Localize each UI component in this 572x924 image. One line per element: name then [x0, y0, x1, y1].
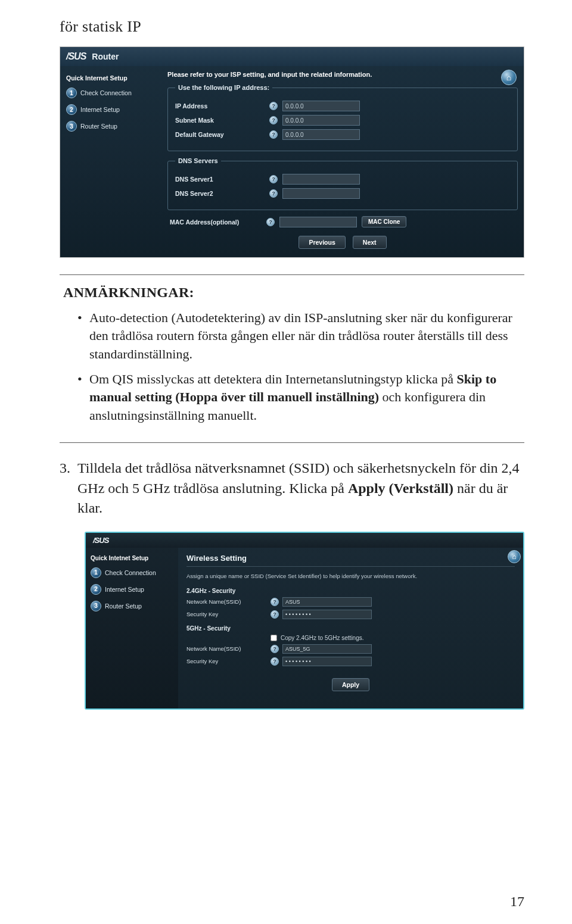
ip-legend: Use the following IP address:: [175, 84, 272, 91]
home-icon[interactable]: ⌂: [501, 70, 517, 85]
qis-sidebar: Quick Internet Setup 1 Check Connection …: [66, 71, 161, 249]
copy-24-to-5-label: Copy 2.4GHz to 5GHz settings.: [281, 635, 364, 641]
ssid-24-input[interactable]: [282, 597, 372, 607]
step-router-setup[interactable]: 3 Router Setup: [91, 601, 173, 611]
dns1-input[interactable]: [282, 174, 360, 185]
para-text-bold: Apply (Verkställ): [348, 480, 453, 496]
help-icon[interactable]: ?: [266, 218, 275, 226]
step-label: Internet Setup: [105, 586, 144, 593]
step-badge-1: 1: [66, 88, 77, 98]
mac-clone-button[interactable]: MAC Clone: [362, 216, 406, 227]
product-name: Router: [92, 52, 119, 61]
notes-box: ANMÄRKNINGAR: Auto-detection (Autodetekt…: [60, 274, 524, 443]
step-internet-setup[interactable]: 2 Internet Setup: [91, 584, 173, 595]
default-gateway-label: Default Gateway: [175, 131, 265, 138]
next-button[interactable]: Next: [353, 236, 387, 249]
subnet-mask-label: Subnet Mask: [175, 117, 265, 124]
help-icon[interactable]: ?: [271, 598, 279, 606]
home-icon[interactable]: ⌂: [508, 550, 521, 563]
section-5ghz: 5GHz - Security: [186, 625, 515, 632]
step-badge-1: 1: [91, 567, 101, 578]
note-item-skip-manual: Om QIS misslyckas att detektera din Inte…: [77, 370, 521, 424]
ssid-5-label: Network Name(SSID): [186, 645, 267, 652]
page-number: 17: [510, 894, 524, 910]
step-badge-3: 3: [66, 121, 77, 132]
ssid-24-label: Network Name(SSID): [186, 598, 267, 605]
ip-address-fieldset: Use the following IP address: IP Address…: [167, 84, 518, 151]
step-3-paragraph: 3. Tilldela det trådlösa nätverksnamnet …: [60, 458, 524, 519]
notes-heading: ANMÄRKNINGAR:: [63, 285, 521, 301]
router-titlebar: /SUS: [86, 533, 523, 548]
note-text-before: Om QIS misslyckas att detektera din Inte…: [89, 372, 456, 386]
router-screenshot-static-ip: /SUS Router Quick Internet Setup 1 Check…: [60, 46, 524, 258]
security-5-input[interactable]: [282, 657, 372, 666]
help-icon[interactable]: ?: [271, 645, 279, 653]
wireless-setting-title: Wireless Setting: [186, 554, 515, 567]
subnet-mask-input[interactable]: [282, 115, 360, 126]
ip-address-label: IP Address: [175, 102, 265, 110]
step-check-connection[interactable]: 1 Check Connection: [91, 567, 173, 578]
step-label: Check Connection: [105, 569, 156, 576]
default-gateway-input[interactable]: [282, 129, 360, 140]
copy-24-to-5-checkbox[interactable]: [271, 635, 277, 641]
step-label: Check Connection: [80, 89, 132, 96]
qis-heading: Quick Intetnet Setup: [91, 555, 173, 561]
step-label: Internet Setup: [80, 106, 120, 113]
help-icon[interactable]: ?: [269, 116, 278, 124]
security-5-label: Security Key: [186, 658, 267, 664]
router-titlebar: /SUS Router: [60, 47, 524, 66]
ssid-5-input[interactable]: [282, 644, 372, 654]
apply-button[interactable]: Apply: [332, 678, 369, 691]
help-icon[interactable]: ?: [269, 102, 278, 110]
security-24-label: Security Key: [186, 611, 267, 617]
help-icon[interactable]: ?: [269, 130, 278, 139]
step-badge-2: 2: [66, 104, 77, 115]
step-number: 3.: [60, 458, 70, 519]
mac-address-label: MAC Address(optional): [170, 218, 262, 226]
qis-sidebar: Quick Intetnet Setup 1 Check Connection …: [86, 548, 178, 708]
previous-button[interactable]: Previous: [299, 236, 345, 249]
instruction-text: Assign a unique name or SSID (Service Se…: [186, 573, 515, 579]
security-24-input[interactable]: [282, 610, 372, 619]
note-item-autodetection: Auto-detection (Autodetektering) av din …: [77, 309, 521, 363]
doc-section-title: för statisk IP: [60, 18, 524, 36]
step-label: Router Setup: [105, 603, 142, 610]
help-icon[interactable]: ?: [271, 657, 279, 666]
dns-fieldset: DNS Servers DNS Server1 ? DNS Server2 ?: [167, 157, 518, 210]
step-label: Router Setup: [80, 123, 117, 130]
step-check-connection[interactable]: 1 Check Connection: [66, 88, 161, 98]
router-screenshot-wireless-setting: /SUS Quick Intetnet Setup 1 Check Connec…: [85, 532, 524, 710]
dns-legend: DNS Servers: [175, 157, 221, 164]
instruction-text: Please refer to your ISP setting, and in…: [167, 71, 518, 78]
step-internet-setup[interactable]: 2 Internet Setup: [66, 104, 161, 115]
help-icon[interactable]: ?: [271, 610, 279, 619]
step-badge-2: 2: [91, 584, 101, 595]
qis-heading: Quick Internet Setup: [66, 74, 161, 82]
ip-address-input[interactable]: [282, 101, 360, 111]
section-24ghz: 2.4GHz - Security: [186, 588, 515, 594]
dns2-label: DNS Server2: [175, 190, 265, 197]
mac-address-input[interactable]: [279, 217, 357, 227]
asus-logo: /SUS: [66, 51, 86, 62]
step-router-setup[interactable]: 3 Router Setup: [66, 121, 161, 132]
dns2-input[interactable]: [282, 188, 360, 199]
asus-logo: /SUS: [93, 536, 108, 545]
help-icon[interactable]: ?: [269, 189, 278, 198]
step-badge-3: 3: [91, 601, 101, 611]
dns1-label: DNS Server1: [175, 176, 265, 183]
help-icon[interactable]: ?: [269, 175, 278, 183]
